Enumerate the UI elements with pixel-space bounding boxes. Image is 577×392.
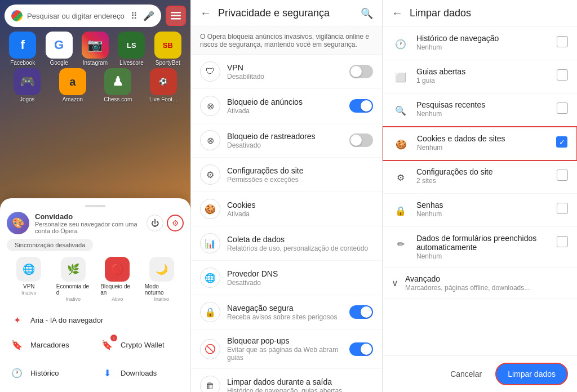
app-livescore[interactable]: LS Livescore [114,32,148,66]
cookies-setting-item[interactable]: 🍪 Cookies Ativada [191,192,382,226]
recent-searches-checkbox[interactable] [557,103,568,114]
bookmarks-menu-item[interactable]: 🔖 Marcadores [7,332,94,357]
vpn-toggle[interactable] [349,65,373,78]
quick-action-blocker[interactable]: 🚫 Bloqueio de an Ativo [100,257,134,302]
quick-action-vpn[interactable]: 🌐 VPN Inativo [12,257,46,302]
clear-data-panel-header: ← Limpar dados [383,0,577,27]
search-input[interactable]: Pesquisar ou digitar endereço [27,12,125,20]
vpn-qa-icon: 🌐 [16,257,41,282]
passwords-icon: 🔒 [392,202,410,220]
clear-data-panel-title: Limpar dados [410,7,568,19]
app-games[interactable]: 🎮 Jogos [10,68,44,103]
avatar: 🎨 [7,212,29,234]
vpn-setting-sub: Desabilitado [227,73,349,81]
cookies-data-checkbox[interactable] [556,136,567,148]
quick-actions: 🌐 VPN Inativo 🌿 Economia de d Inativo 🚫 … [7,257,184,302]
app-google-label: Google [50,60,68,66]
cookies-data-item[interactable]: 🍪 Cookies e dados de sites Nenhum [383,126,577,161]
site-config-item[interactable]: ⚙ Configurações do site 2 sites [383,161,577,194]
night-qa-icon: 🌙 [149,257,174,282]
svg-rect-0 [171,12,181,14]
instagram-icon: 📷 [82,32,109,59]
app-instagram[interactable]: 📷 Instagram [78,32,112,66]
site-config-checkbox[interactable] [557,170,568,181]
app-chess-label: Chess.com [104,96,132,103]
drawer-grid: 🔖 Marcadores 🔖 ! Crypto Wallet 🕐 Históri… [7,332,184,385]
form-data-item[interactable]: ✏ Dados de formulários preenchidos autom… [383,227,577,268]
vpn-setting-icon: 🛡 [200,61,220,82]
ad-block-toggle[interactable] [349,99,373,113]
data-collection-item[interactable]: 📊 Coleta de dados Relatórios de uso, per… [191,226,382,261]
browsing-history-item[interactable]: 🕐 Histórico de navegação Nenhum [383,27,577,60]
mic-icon[interactable]: 🎤 [143,10,154,21]
wallet-label: Crypto Wallet [121,341,165,349]
advanced-sub: Marcadores, páginas offline, downloads..… [405,284,568,292]
svg-rect-1 [171,15,181,17]
quick-action-night[interactable]: 🌙 Modo noturno Inativo [145,257,179,302]
tracker-block-toggle[interactable] [349,133,373,147]
sync-button[interactable]: Sincronização desativada [7,239,93,251]
menu-icon-button[interactable] [166,6,186,26]
safe-browsing-item[interactable]: 🔒 Navegação segura Receba avisos sobre s… [191,295,382,329]
wallet-menu-item[interactable]: 🔖 ! Crypto Wallet [97,332,184,357]
app-sportybet-label: SportyBet [156,60,180,66]
popup-block-toggle[interactable] [349,342,373,356]
passwords-item[interactable]: 🔒 Senhas Nenhum [383,194,577,227]
app-chess[interactable]: ♟ Chess.com [101,68,135,103]
app-facebook[interactable]: f Facebook [6,32,39,66]
cookies-setting-sub: Ativada [227,210,373,218]
bookmarks-label: Marcadores [30,341,69,349]
site-config-sub: 2 sites [416,177,557,185]
app-amazon[interactable]: a Amazon [56,68,90,103]
recent-searches-item[interactable]: 🔍 Pesquisas recentes Nenhum [383,93,577,127]
power-icon[interactable]: ⏻ [147,215,163,231]
cookies-setting-icon: 🍪 [200,199,220,219]
aria-menu-item[interactable]: ✦ Aria - IA do navegador [7,308,184,332]
vpn-setting-item[interactable]: 🛡 VPN Desabilitado [191,55,382,89]
clear-data-confirm-button[interactable]: Limpar dados [495,363,568,385]
popup-block-icon: 🚫 [200,339,220,359]
sportybet-icon: SB [154,32,181,59]
passwords-checkbox[interactable] [557,203,568,214]
app-livefoot[interactable]: ⚽ Live Foot... [147,68,180,103]
open-tabs-checkbox[interactable] [557,69,568,81]
clear-data-panel: ← Limpar dados 🕐 Histórico de navegação … [382,0,577,392]
clear-data-back-arrow-icon[interactable]: ← [392,7,403,20]
settings-icon-button[interactable]: ⚙ [167,215,184,231]
back-arrow-icon[interactable]: ← [200,7,211,20]
search-bar[interactable]: Pesquisar ou digitar endereço ⠿ 🎤 [5,5,161,27]
night-qa-sub: Inativo [154,296,169,302]
dns-setting-text: Provedor DNS Desativado [227,269,373,287]
quick-action-economy[interactable]: 🌿 Economia de d Inativo [56,257,90,302]
safe-browsing-toggle[interactable] [349,305,373,319]
cancel-button[interactable]: Cancelar [443,365,489,383]
tracker-block-setting-item[interactable]: ⊗ Bloqueio de rastreadores Desativado [191,123,382,158]
history-menu-item[interactable]: 🕐 Histórico [7,360,94,385]
browsing-history-sub: Nenhum [416,43,557,51]
form-data-checkbox[interactable] [557,236,568,247]
dns-setting-icon: 🌐 [200,268,220,288]
app-sportybet[interactable]: SB SportyBet [151,32,185,66]
clear-data-content: ← Limpar dados 🕐 Histórico de navegação … [383,0,577,355]
cookies-setting-title: Cookies [227,201,373,210]
phone-topbar: Pesquisar ou digitar endereço ⠿ 🎤 [0,0,190,29]
popup-block-item[interactable]: 🚫 Bloquear pop-ups Evitar que as páginas… [191,329,382,369]
data-collection-text: Coleta de dados Relatórios de uso, perso… [227,235,373,252]
site-settings-item[interactable]: ⚙ Configurações do site Permissões e exc… [191,158,382,192]
clear-on-exit-item[interactable]: 🗑 Limpar dados durante a saída Histórico… [191,369,382,392]
site-config-title: Configurações do site [416,167,557,176]
downloads-menu-item[interactable]: ⬇ Downloads [97,360,184,385]
clear-on-exit-title: Limpar dados durante a saída [227,377,373,386]
app-google[interactable]: G Google [42,32,76,66]
dns-setting-item[interactable]: 🌐 Provedor DNS Desativado [191,261,382,295]
privacy-search-icon[interactable]: 🔍 [361,7,373,20]
browsing-history-checkbox[interactable] [557,36,568,47]
qr-icon[interactable]: ⠿ [128,10,140,21]
open-tabs-item[interactable]: ⬜ Guias abertas 1 guia [383,60,577,93]
safe-browsing-title: Navegação segura [227,304,349,313]
advanced-item[interactable]: ∨ Avançado Marcadores, páginas offline, … [383,268,577,299]
passwords-text: Senhas Nenhum [416,201,557,218]
bottom-drawer: 🎨 Convidado Personalize seu navegador co… [0,198,190,392]
ad-block-setting-item[interactable]: ⊗ Bloqueio de anúncios Ativada [191,89,382,123]
blocker-qa-sub: Ativo [112,296,123,302]
